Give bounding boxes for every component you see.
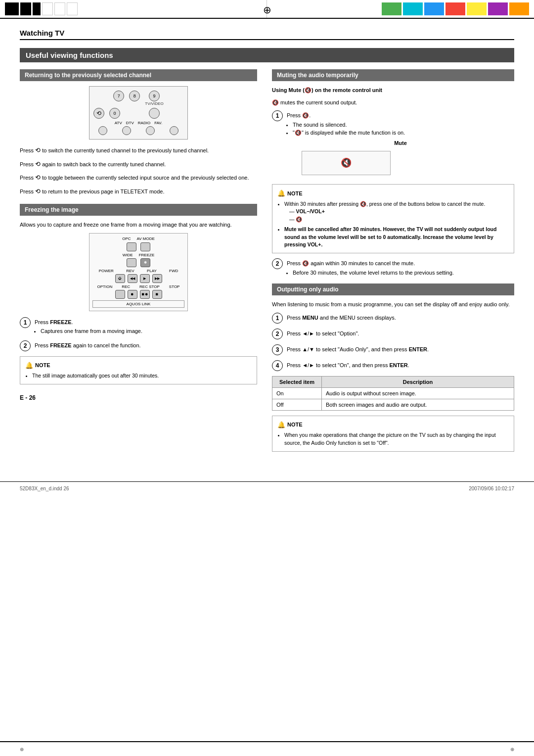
mute-step2: 2 Press 🔇 again within 30 minutes to can… [272, 258, 514, 277]
vol-label: — VOL−/VOL+ [289, 208, 325, 214]
out-step3: 3 Press ▲/▼ to select "Audio Only", and … [272, 344, 514, 355]
returning-body4: Press ⟲ to return to the previous page i… [20, 187, 257, 196]
out-step1: 1 Press MENU and the MENU screen display… [272, 313, 514, 324]
outputting-section: Outputting only audio When listening to … [272, 284, 514, 452]
using-mute-desc: 🔇 mutes the current sound output. [272, 98, 514, 107]
remote-control-diagram: 7 8 9 TV/VIDEO [89, 86, 188, 140]
audio-table: Selected item Description On Audio is ou… [272, 376, 514, 411]
freezing-section: Freezing the image Allows you to capture… [20, 204, 257, 384]
out-step-circle-4: 4 [272, 360, 283, 371]
mute-note-header: 🔔 NOTE [277, 189, 509, 198]
black-square-3 [33, 2, 41, 15]
recstop-label: REC STOP [139, 284, 160, 289]
wide-label: WIDE [123, 253, 133, 257]
mute-note-item2: Mute will be cancelled after 30 minutes.… [284, 226, 509, 249]
table-row-off: Off Both screen images and audio are out… [272, 399, 514, 410]
out-step-circle-1: 1 [272, 313, 283, 324]
white-square-1 [42, 2, 53, 15]
btn-8: 8 [129, 91, 140, 106]
swap-circle: ⟲ [93, 108, 104, 119]
output-note-item: When you make operations that change the… [284, 431, 509, 447]
table-header-item: Selected item [272, 376, 322, 387]
output-note-box: 🔔 NOTE When you make operations that cha… [272, 416, 514, 452]
out-step3-content: Press ▲/▼ to select "Audio Only", and th… [287, 344, 514, 354]
freeze-note-list: The still image automatically goes out a… [32, 372, 252, 380]
mute-note-list: Within 30 minutes after pressing 🔇, pres… [284, 200, 509, 249]
returning-body1: Press ⟲ to switch the currently tuned ch… [20, 145, 257, 155]
recstop-btn: ⏹⏺ [140, 290, 150, 299]
right-column: Muting the audio temporarily Using Mute … [272, 69, 514, 457]
color-yellow [467, 2, 487, 15]
footer-file-right: 2007/09/06 10:02:17 [469, 486, 514, 491]
option-label: OPTION [97, 284, 113, 289]
num9-circle: 9 [149, 91, 160, 101]
bottom-right-icon: ⊕ [44, 747, 534, 752]
rev-label: REV [126, 269, 134, 273]
white-square-2 [54, 2, 65, 15]
freeze-label: FREEZE [139, 253, 155, 257]
freeze-step2: 2 Press FREEZE again to cancel the funct… [20, 340, 257, 351]
btn-9-tv: 9 TV/VIDEO [145, 91, 163, 106]
left-column: Returning to the previously selected cha… [20, 69, 257, 457]
page-number: E - 26 [20, 394, 257, 401]
freeze-btn: ❄ [140, 258, 150, 267]
bottom-strip: ⊕ ⊕ [0, 741, 534, 756]
mute-step2-content: Press 🔇 again within 30 minutes to cance… [287, 258, 514, 277]
avmode-label: AV MODE [137, 236, 155, 241]
freeze-note-box: 🔔 NOTE The still image automatically goe… [20, 356, 257, 384]
blank-circle [149, 108, 160, 119]
out-step1-content: Press MENU and the MENU screen displays. [287, 313, 514, 322]
mute-step1-b2: "🔇" is displayed while the mute function… [293, 129, 514, 137]
fav-btn [170, 126, 178, 135]
atv-label: ATV [115, 121, 122, 125]
mute-note-icon: 🔔 [277, 189, 285, 198]
outputting-body: When listening to music from a music pro… [272, 300, 514, 309]
mute-ref-label: — 🔇 [289, 216, 302, 222]
mute-note-item1: Within 30 minutes after pressing 🔇, pres… [284, 200, 509, 224]
table-on-item: On [272, 387, 322, 399]
output-note-icon: 🔔 [277, 420, 285, 430]
table-on-desc: Audio is output without screen image. [322, 387, 514, 399]
mute-step2-bullet: Before 30 minutes, the volume level retu… [293, 269, 514, 277]
color-orange [509, 2, 529, 15]
two-column-layout: Returning to the previously selected cha… [20, 69, 514, 457]
table-row-on: On Audio is output without screen image. [272, 387, 514, 399]
num8-circle: 8 [129, 91, 140, 101]
opc-btn [127, 242, 136, 251]
watching-tv-header: Watching TV [20, 29, 514, 40]
output-note-header: 🔔 NOTE [277, 420, 509, 430]
step-circle-2: 2 [20, 340, 31, 351]
color-cyan [403, 2, 423, 15]
note-title: NOTE [35, 361, 50, 370]
mute-note-box: 🔔 NOTE Within 30 minutes after pressing … [272, 184, 514, 253]
white-square-3 [67, 2, 78, 15]
out-step2-content: Press ◄/► to select "Option". [287, 329, 514, 338]
freezing-body: Allows you to capture and freeze one fra… [20, 221, 257, 229]
table-off-desc: Both screen images and audio are output. [322, 399, 514, 410]
option-btn [115, 290, 125, 299]
fwd-label: FWD [169, 269, 178, 273]
aquos-link-label: AQUOS LINK [92, 300, 184, 308]
table-header-desc: Description [322, 376, 514, 387]
top-strip-left [0, 0, 267, 18]
wide-btn [127, 258, 136, 267]
atv-btn [98, 126, 107, 135]
out-step2: 2 Press ◄/► to select "Option". [272, 329, 514, 339]
color-red [445, 2, 465, 15]
top-strip: ⊕ [0, 0, 534, 19]
note-header: 🔔 NOTE [25, 361, 252, 371]
avmode-btn [140, 242, 150, 251]
color-purple [488, 2, 508, 15]
num0-circle: 0 [109, 108, 120, 119]
rec-btn: ⏺ [128, 290, 137, 299]
using-mute-title: Using Mute (🔇) on the remote control uni… [272, 86, 514, 94]
out-step4: 4 Press ◄/► to select "On", and then pre… [272, 360, 514, 371]
note-icon: 🔔 [25, 361, 33, 371]
btn-7: 7 [113, 91, 124, 106]
output-note-title: NOTE [287, 421, 303, 429]
power-label: POWER [99, 269, 114, 273]
returning-body3: Press ⟲ to toggle between the currently … [20, 173, 257, 183]
out-step4-content: Press ◄/► to select "On", and then press… [287, 360, 514, 370]
rev-btn: ◀◀ [128, 274, 137, 283]
outputting-header: Outputting only audio [272, 284, 514, 295]
